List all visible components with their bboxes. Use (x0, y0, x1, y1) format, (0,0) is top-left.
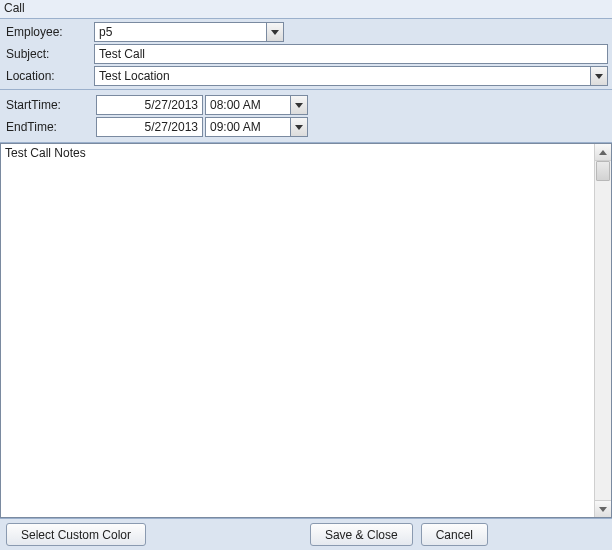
subject-label: Subject: (4, 47, 94, 61)
chevron-down-icon (271, 30, 279, 35)
call-dialog: Call Employee: p5 Subject: Test Call Loc… (0, 0, 612, 550)
start-time-value: 08:00 AM (206, 96, 290, 114)
start-time-dropdown-button[interactable] (290, 96, 307, 114)
end-time-value: 09:00 AM (206, 118, 290, 136)
subject-input[interactable]: Test Call (94, 44, 608, 64)
location-value: Test Location (95, 67, 590, 85)
scroll-up-button[interactable] (595, 144, 611, 161)
notes-scrollbar[interactable] (594, 144, 611, 517)
chevron-down-icon (595, 74, 603, 79)
notes-textarea[interactable]: Test Call Notes (0, 143, 612, 518)
subject-row: Subject: Test Call (0, 43, 612, 65)
employee-value: p5 (95, 23, 266, 41)
employee-dropdown-button[interactable] (266, 23, 283, 41)
end-date-input[interactable]: 5/27/2013 (96, 117, 203, 137)
window-title: Call (0, 0, 612, 18)
select-custom-color-button[interactable]: Select Custom Color (6, 523, 146, 546)
end-time-dropdown-button[interactable] (290, 118, 307, 136)
endtime-label: EndTime: (4, 120, 94, 134)
start-date-input[interactable]: 5/27/2013 (96, 95, 203, 115)
cancel-button[interactable]: Cancel (421, 523, 488, 546)
employee-row: Employee: p5 (0, 21, 612, 43)
button-bar: Select Custom Color Save & Close Cancel (0, 518, 612, 550)
location-dropdown-button[interactable] (590, 67, 607, 85)
end-date-value: 5/27/2013 (145, 120, 198, 134)
employee-label: Employee: (4, 25, 94, 39)
employee-combo[interactable]: p5 (94, 22, 284, 42)
save-close-button[interactable]: Save & Close (310, 523, 413, 546)
start-date-value: 5/27/2013 (145, 98, 198, 112)
chevron-down-icon (295, 103, 303, 108)
chevron-down-icon (599, 507, 607, 512)
form-section: Employee: p5 Subject: Test Call Location… (0, 18, 612, 90)
subject-value: Test Call (99, 47, 145, 61)
scroll-thumb[interactable] (596, 161, 610, 181)
location-combo[interactable]: Test Location (94, 66, 608, 86)
chevron-up-icon (599, 150, 607, 155)
time-section: StartTime: 5/27/2013 08:00 AM EndTime: 5… (0, 90, 612, 143)
scroll-down-button[interactable] (595, 500, 611, 517)
starttime-label: StartTime: (4, 98, 94, 112)
location-label: Location: (4, 69, 94, 83)
endtime-row: EndTime: 5/27/2013 09:00 AM (0, 116, 612, 138)
chevron-down-icon (295, 125, 303, 130)
starttime-row: StartTime: 5/27/2013 08:00 AM (0, 94, 612, 116)
end-time-combo[interactable]: 09:00 AM (205, 117, 308, 137)
start-time-combo[interactable]: 08:00 AM (205, 95, 308, 115)
notes-value: Test Call Notes (1, 144, 594, 517)
scroll-track[interactable] (595, 181, 611, 500)
location-row: Location: Test Location (0, 65, 612, 87)
